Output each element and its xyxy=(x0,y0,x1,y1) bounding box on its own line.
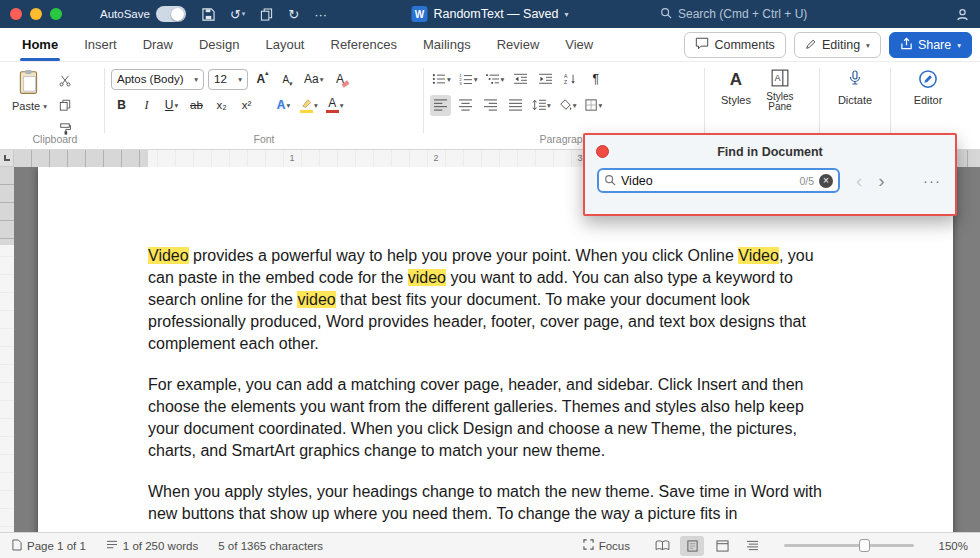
zoom-slider-knob[interactable] xyxy=(859,539,870,552)
group-divider xyxy=(423,68,424,133)
find-in-document-popup: Find in Document 0/5 × ‹ › ··· xyxy=(583,133,957,216)
tab-home[interactable]: Home xyxy=(20,28,60,61)
underline-button[interactable]: U▾ xyxy=(161,95,182,116)
tab-design[interactable]: Design xyxy=(197,28,241,61)
clear-formatting-button[interactable]: A xyxy=(329,69,350,90)
multilevel-list-button[interactable]: ▾ xyxy=(484,69,507,90)
borders-button[interactable]: ▾ xyxy=(583,95,605,116)
tab-review[interactable]: Review xyxy=(495,28,542,61)
paragraph: For example, you can add a matching cove… xyxy=(148,374,828,462)
grow-font-button[interactable]: A▴ xyxy=(252,69,273,90)
page-count[interactable]: Page 1 of 1 xyxy=(12,539,86,553)
text-effects-button[interactable]: A▾ xyxy=(273,95,294,116)
account-icon[interactable] xyxy=(955,0,970,28)
ruler-number: 2 xyxy=(433,153,438,163)
increase-indent-button[interactable] xyxy=(535,69,556,90)
document-text[interactable]: Video provides a powerful way to help yo… xyxy=(148,245,828,532)
tab-view[interactable]: View xyxy=(563,28,595,61)
editor-button[interactable]: Editor xyxy=(897,66,959,106)
change-case-button[interactable]: Aa▾ xyxy=(302,69,325,90)
tab-insert[interactable]: Insert xyxy=(82,28,119,61)
close-button[interactable] xyxy=(10,8,22,20)
bullets-button[interactable]: ▾ xyxy=(430,69,453,90)
comments-button[interactable]: Comments xyxy=(684,32,785,58)
justify-button[interactable] xyxy=(505,95,526,116)
sort-button[interactable]: AZ xyxy=(560,69,581,90)
share-button[interactable]: Share ▾ xyxy=(889,32,972,58)
print-layout-button[interactable] xyxy=(680,536,704,556)
web-layout-button[interactable] xyxy=(710,536,734,556)
quick-access-toolbar: ↺▾ ↻ ··· xyxy=(202,7,327,22)
toggle-knob xyxy=(171,8,184,21)
character-count[interactable]: 5 of 1365 characters xyxy=(218,540,323,552)
minimize-button[interactable] xyxy=(30,8,42,20)
titlebar-search[interactable]: Search (Cmd + Ctrl + U) xyxy=(660,0,807,28)
editing-button[interactable]: Editing ▾ xyxy=(794,32,881,58)
quick-access-more-icon[interactable]: ··· xyxy=(314,7,327,22)
copy-icon[interactable] xyxy=(260,8,273,21)
font-color-button[interactable]: A ▾ xyxy=(324,95,346,116)
tab-layout[interactable]: Layout xyxy=(263,28,306,61)
tab-stop-selector[interactable] xyxy=(0,150,14,167)
tab-references[interactable]: References xyxy=(329,28,399,61)
ruler-text-zone xyxy=(0,245,14,532)
copy-button[interactable] xyxy=(55,94,76,115)
styles-pane-button[interactable]: A Styles Pane xyxy=(757,66,803,112)
clear-search-button[interactable]: × xyxy=(819,174,833,188)
strikethrough-button[interactable]: ab xyxy=(186,95,207,116)
cut-button[interactable] xyxy=(55,70,76,91)
read-mode-button[interactable] xyxy=(650,536,674,556)
font-size-value: 12 xyxy=(214,73,227,85)
focus-mode-button[interactable]: Focus xyxy=(583,539,630,552)
ribbon-tab-list: HomeInsertDrawDesignLayoutReferencesMail… xyxy=(20,28,595,61)
find-next-button[interactable]: › xyxy=(878,171,884,190)
find-search-field[interactable]: 0/5 × xyxy=(597,168,840,193)
show-formatting-marks-button[interactable]: ¶ xyxy=(585,69,606,90)
find-previous-button[interactable]: ‹ xyxy=(856,171,862,190)
paragraph: When you apply styles, your headings cha… xyxy=(148,481,828,525)
tab-draw[interactable]: Draw xyxy=(141,28,175,61)
numbering-button[interactable]: 123 ▾ xyxy=(457,69,480,90)
find-popup-header[interactable]: Find in Document xyxy=(585,135,955,168)
autosave-toggle[interactable] xyxy=(156,6,186,22)
highlight-color-button[interactable]: ▾ xyxy=(298,95,320,116)
share-icon xyxy=(900,37,913,53)
align-center-button[interactable] xyxy=(455,95,476,116)
shrink-font-button[interactable]: A▾ xyxy=(277,69,298,90)
save-icon[interactable] xyxy=(202,8,215,21)
align-left-button[interactable] xyxy=(430,95,451,116)
vertical-ruler[interactable] xyxy=(0,167,14,532)
svg-text:A: A xyxy=(564,73,568,79)
italic-button[interactable]: I xyxy=(136,95,157,116)
ribbon-tab-row: HomeInsertDrawDesignLayoutReferencesMail… xyxy=(0,28,980,62)
word-count[interactable]: 1 of 250 words xyxy=(106,540,198,552)
paste-button[interactable]: Paste▾ xyxy=(12,66,47,139)
decrease-indent-button[interactable] xyxy=(510,69,531,90)
find-search-input[interactable] xyxy=(621,174,794,188)
dictate-button[interactable]: Dictate xyxy=(826,66,884,106)
zoom-level[interactable]: 150% xyxy=(934,540,968,552)
title-chevron-icon: ▾ xyxy=(565,10,569,19)
zoom-slider[interactable] xyxy=(784,544,914,547)
font-name-select[interactable]: Aptos (Body) ▾ xyxy=(111,69,204,90)
styles-button[interactable]: A Styles xyxy=(721,66,751,112)
bold-button[interactable]: B xyxy=(111,95,132,116)
document-title[interactable]: W RandomText — Saved ▾ xyxy=(411,0,568,28)
svg-text:A: A xyxy=(774,73,780,83)
superscript-button[interactable]: x² xyxy=(236,95,257,116)
fullscreen-button[interactable] xyxy=(50,8,62,20)
document-page[interactable]: Video provides a powerful way to help yo… xyxy=(38,167,953,532)
draft-view-button[interactable] xyxy=(740,536,764,556)
shading-button[interactable]: ▾ xyxy=(557,95,579,116)
tab-mailings[interactable]: Mailings xyxy=(421,28,473,61)
find-more-options-button[interactable]: ··· xyxy=(923,172,941,189)
font-size-select[interactable]: 12 ▾ xyxy=(208,69,248,90)
undo-icon[interactable]: ↺▾ xyxy=(230,7,245,22)
font-name-value: Aptos (Body) xyxy=(117,73,183,85)
align-right-button[interactable] xyxy=(480,95,501,116)
redo-icon[interactable]: ↻ xyxy=(288,7,299,22)
line-spacing-button[interactable]: ▾ xyxy=(530,95,553,116)
popup-close-button[interactable] xyxy=(596,145,609,158)
subscript-button[interactable]: x₂ xyxy=(211,95,232,116)
search-placeholder: Search (Cmd + Ctrl + U) xyxy=(678,7,807,21)
